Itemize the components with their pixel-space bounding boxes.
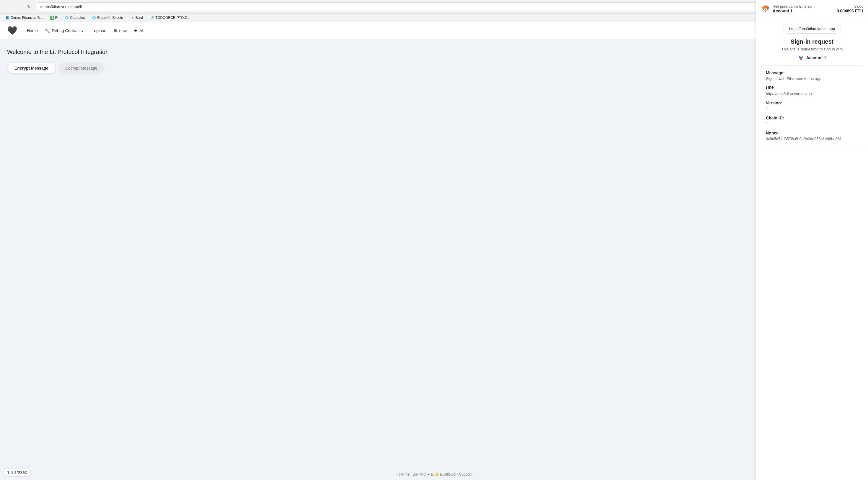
url-text: obs3dian.vercel.app/lit [44, 4, 83, 9]
bookmark-bard-icon: ✦ [130, 15, 134, 20]
bookmark-capitales-icon: 🌐 [65, 15, 69, 20]
nav-new[interactable]: ⊕ new [113, 28, 127, 33]
fork-me-link[interactable]: Fork me [397, 472, 409, 476]
bookmark-finanzas-label: Curso: Finanzas B... [11, 15, 43, 20]
field-nonce-value: 0x9c5a54d3578c6b0b9b2de958c1e98ba08f [766, 137, 858, 141]
browser-chrome: ← → ↻ ⊙ obs3dian.vercel.app/lit ⧉ ☆ [0, 0, 868, 13]
site-footer: Fork me · Built with ♥ at 🖐 BuidlGuidl ·… [0, 469, 868, 480]
field-uri: URI: https://obs3dian.vercel.app [766, 85, 858, 96]
field-version: Version: 1 [766, 101, 858, 111]
svg-point-12 [800, 58, 802, 60]
field-chain-id: Chain ID: 1 [766, 115, 858, 126]
bookmark-r-icon: R [50, 15, 54, 20]
welcome-text: Welcome to the Lit Protocol Integration [7, 49, 861, 56]
site-content: 🖤 Home 🔧 Debug Contracts ↑ upload ⊕ new [0, 22, 868, 479]
bookmark-bitcoin[interactable]: 🌐 El patrón Bitcoin [90, 15, 125, 21]
network-name: Red principal de Ethereum [773, 4, 814, 8]
site-url-badge: https://obs3dian.vercel.app [783, 24, 841, 34]
metamask-logo [761, 4, 770, 13]
site-main: Welcome to the Lit Protocol Integration … [0, 39, 868, 83]
field-nonce-label: Nonce: [766, 131, 858, 135]
field-chain-id-label: Chain ID: [766, 115, 858, 120]
field-uri-value: https://obs3dian.vercel.app [766, 92, 858, 96]
price-badge[interactable]: $ $ 3793.62 [4, 468, 31, 476]
bookmark-bard-label: Bard [135, 15, 143, 20]
nav-home[interactable]: Home [27, 28, 38, 33]
nav-upload-icon: ↑ [90, 28, 92, 33]
bookmark-r-label: R [55, 15, 58, 20]
bookmark-tododecripto-label: TODODECRIPTO.C... [155, 15, 190, 20]
nav-debug-contracts[interactable]: 🔧 Debug Contracts [45, 28, 83, 33]
bookmark-tododecripto[interactable]: 🔗 TODODECRIPTO.C... [148, 15, 192, 21]
nav-ai-label: AI [140, 28, 143, 33]
reload-button[interactable]: ↻ [25, 3, 33, 11]
field-message-label: Message: [766, 70, 858, 75]
site-logo: 🖤 [7, 26, 18, 35]
message-box: Message: Sign in with Ethereum to the ap… [761, 65, 863, 146]
action-buttons: Encrypt Message Decrypt Message [7, 63, 861, 74]
field-version-label: Version: [766, 101, 858, 105]
logo-icon: 🖤 [7, 26, 18, 35]
field-message-value: Sign in with Ethereum to the app. [766, 76, 858, 81]
back-button[interactable]: ← [4, 3, 12, 11]
svg-point-11 [801, 56, 803, 58]
address-bar[interactable]: ⊙ obs3dian.vercel.app/lit [35, 2, 844, 11]
metamask-panel: Red principal de Ethereum Account 1 Sald… [756, 0, 868, 480]
bookmark-finanzas-icon: 📘 [5, 15, 9, 20]
signin-title: Sign-in request [761, 38, 863, 45]
bookmark-bard[interactable]: ✦ Bard [128, 15, 145, 21]
bookmark-capitales-label: Capitales [70, 15, 85, 20]
bookmark-bitcoin-icon: 🌐 [92, 15, 96, 20]
bookmark-capitales[interactable]: 🌐 Capitales [63, 15, 87, 21]
encrypt-button[interactable]: Encrypt Message [7, 63, 56, 74]
site-badge: https://obs3dian.vercel.app [761, 24, 863, 34]
support-link[interactable]: Support [459, 472, 471, 476]
nav-items: Home 🔧 Debug Contracts ↑ upload ⊕ new ★ … [27, 28, 143, 33]
field-version-value: 1 [766, 106, 858, 111]
signin-request: https://obs3dian.vercel.app Sign-in requ… [756, 18, 868, 152]
balance-value: 0.004896 ETH [837, 8, 863, 13]
bookmark-bitcoin-label: El patrón Bitcoin [97, 15, 123, 20]
address-bar-icon: ⊙ [40, 5, 43, 9]
nav-upload-label: upload [94, 28, 106, 33]
nav-new-label: new [119, 28, 127, 33]
bookmarks-bar: 📘 Curso: Finanzas B... R R 🌐 Capitales 🌐… [0, 13, 868, 22]
field-uri-label: URI: [766, 85, 858, 90]
svg-point-8 [765, 9, 766, 10]
signin-subtitle: This site is requesting to sign in with [761, 47, 863, 51]
signin-account: Account 1 [761, 55, 863, 61]
svg-point-10 [799, 56, 801, 58]
bookmark-tododecripto-icon: 🔗 [150, 15, 154, 20]
metamask-balance: Saldo 0.004896 ETH [837, 4, 863, 13]
account-name-header: Account 1 [773, 8, 814, 13]
price-icon: $ [7, 470, 9, 474]
price-value: $ 3793.62 [11, 470, 27, 474]
decrypt-button[interactable]: Decrypt Message [58, 63, 104, 74]
nav-ai[interactable]: ★ AI [134, 28, 143, 33]
nav-debug-label: Debug Contracts [52, 28, 83, 33]
nav-new-icon: ⊕ [113, 28, 117, 33]
nav-home-label: Home [27, 28, 38, 33]
nav-upload[interactable]: ↑ upload [90, 28, 106, 33]
forward-button[interactable]: → [14, 3, 23, 11]
signing-account-name: Account 1 [806, 56, 826, 60]
bookmark-r[interactable]: R R [48, 15, 60, 21]
footer-separator-1: · Built with ♥ at [410, 472, 435, 476]
account-info: Red principal de Ethereum Account 1 [773, 4, 814, 13]
field-message: Message: Sign in with Ethereum to the ap… [766, 70, 858, 81]
nav-ai-icon: ★ [134, 28, 137, 33]
balance-label: Saldo [837, 4, 863, 8]
field-chain-id-value: 1 [766, 122, 858, 126]
bookmark-finanzas[interactable]: 📘 Curso: Finanzas B... [4, 15, 44, 21]
nav-debug-icon: 🔧 [45, 28, 50, 33]
buidlguidl-link[interactable]: 🖐 BuidlGuidl [435, 472, 456, 476]
app-wrapper: 🖤 Home 🔧 Debug Contracts ↑ upload ⊕ new [0, 22, 868, 479]
field-nonce: Nonce: 0x9c5a54d3578c6b0b9b2de958c1e98ba… [766, 131, 858, 141]
metamask-network: Red principal de Ethereum Account 1 [761, 4, 814, 13]
metamask-header: Red principal de Ethereum Account 1 Sald… [756, 0, 868, 18]
site-navbar: 🖤 Home 🔧 Debug Contracts ↑ upload ⊕ new [0, 22, 868, 39]
